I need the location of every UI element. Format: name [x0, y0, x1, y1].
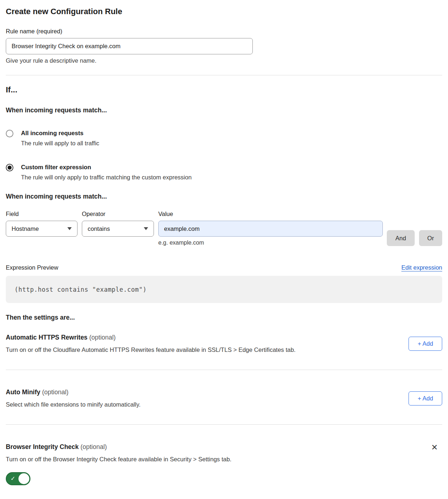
- field-select-value: Hostname: [12, 225, 39, 232]
- builder-labels-row: Field Operator Value: [6, 211, 442, 217]
- setting-auto-minify: Auto Minify (optional) Select which file…: [6, 388, 442, 408]
- setting-automatic-https-rewrites: Automatic HTTPS Rewrites (optional) Turn…: [6, 333, 442, 353]
- settings-divider: [6, 370, 442, 370]
- setting-title: Auto Minify: [6, 388, 40, 396]
- radio-label: All incoming requests: [21, 129, 99, 137]
- radio-description: The rule will only apply to traffic matc…: [21, 174, 192, 181]
- value-label: Value: [158, 211, 383, 217]
- rule-name-input[interactable]: [6, 38, 253, 54]
- page-title: Create new Configuration Rule: [6, 7, 442, 17]
- setting-browser-integrity-check: Browser Integrity Check (optional) Turn …: [6, 443, 442, 485]
- and-button[interactable]: And: [387, 230, 415, 246]
- setting-title-row: Auto Minify (optional): [6, 388, 141, 396]
- create-configuration-rule-page: Create new Configuration Rule Rule name …: [0, 0, 448, 492]
- setting-description: Turn on or off the Browser Integrity Che…: [6, 456, 231, 463]
- setting-texts: Automatic HTTPS Rewrites (optional) Turn…: [6, 333, 296, 353]
- setting-title: Browser Integrity Check: [6, 443, 79, 450]
- add-auto-minify-button[interactable]: + Add: [409, 391, 442, 406]
- expression-preview-label: Expression Preview: [6, 264, 58, 271]
- radio-label: Custom filter expression: [21, 163, 192, 171]
- chevron-down-icon: [67, 227, 72, 230]
- operator-label: Operator: [82, 211, 154, 217]
- setting-description: Select which file extensions to minify a…: [6, 401, 141, 408]
- value-hint: e.g. example.com: [158, 240, 383, 246]
- expression-preview-header: Expression Preview Edit expression: [6, 264, 442, 271]
- field-label: Field: [6, 211, 78, 217]
- setting-title: Automatic HTTPS Rewrites: [6, 334, 88, 341]
- expression-code: (http.host contains "example.com"): [14, 286, 147, 293]
- value-input[interactable]: [158, 221, 383, 237]
- or-button[interactable]: Or: [419, 230, 442, 246]
- section-divider: [6, 75, 442, 75]
- setting-title-row: Automatic HTTPS Rewrites (optional): [6, 333, 296, 341]
- rule-name-help: Give your rule a descriptive name.: [6, 57, 442, 64]
- edit-expression-link[interactable]: Edit expression: [401, 264, 442, 271]
- field-select[interactable]: Hostname: [6, 221, 78, 237]
- radio-option-custom-filter[interactable]: Custom filter expression The rule will o…: [6, 163, 442, 181]
- radio-texts: All incoming requests The rule will appl…: [21, 129, 99, 147]
- radio-texts: Custom filter expression The rule will o…: [21, 163, 192, 181]
- settings-divider: [6, 424, 442, 425]
- close-icon[interactable]: ✕: [431, 444, 438, 452]
- setting-description: Turn on or off the Cloudflare Automatic …: [6, 346, 296, 353]
- optional-tag: (optional): [80, 443, 107, 450]
- radio-button-unselected[interactable]: [6, 130, 13, 137]
- match-heading: When incoming requests match...: [6, 107, 442, 114]
- browser-integrity-check-toggle[interactable]: ✓: [6, 472, 30, 485]
- optional-tag: (optional): [42, 388, 68, 396]
- radio-button-selected[interactable]: [6, 164, 13, 171]
- toggle-knob[interactable]: [18, 473, 29, 484]
- rule-name-label: Rule name (required): [6, 28, 442, 35]
- if-heading: If...: [6, 85, 442, 95]
- expression-preview-box: (http.host contains "example.com"): [6, 276, 442, 303]
- radio-option-all-incoming[interactable]: All incoming requests The rule will appl…: [6, 129, 442, 147]
- setting-texts: Browser Integrity Check (optional) Turn …: [6, 443, 231, 485]
- check-icon: ✓: [11, 476, 15, 482]
- add-automatic-https-rewrites-button[interactable]: + Add: [409, 337, 442, 351]
- radio-description: The rule will apply to all traffic: [21, 140, 99, 147]
- builder-controls-row: Hostname contains e.g. example.com And O…: [6, 221, 442, 246]
- builder-heading: When incoming requests match...: [6, 193, 442, 200]
- then-heading: Then the settings are...: [6, 314, 442, 321]
- operator-select-value: contains: [88, 225, 110, 232]
- expression-builder: Field Operator Value Hostname contains e…: [6, 211, 442, 246]
- operator-select[interactable]: contains: [82, 221, 154, 237]
- setting-texts: Auto Minify (optional) Select which file…: [6, 388, 141, 408]
- setting-title-row: Browser Integrity Check (optional): [6, 443, 231, 451]
- chevron-down-icon: [144, 227, 148, 230]
- optional-tag: (optional): [89, 334, 116, 341]
